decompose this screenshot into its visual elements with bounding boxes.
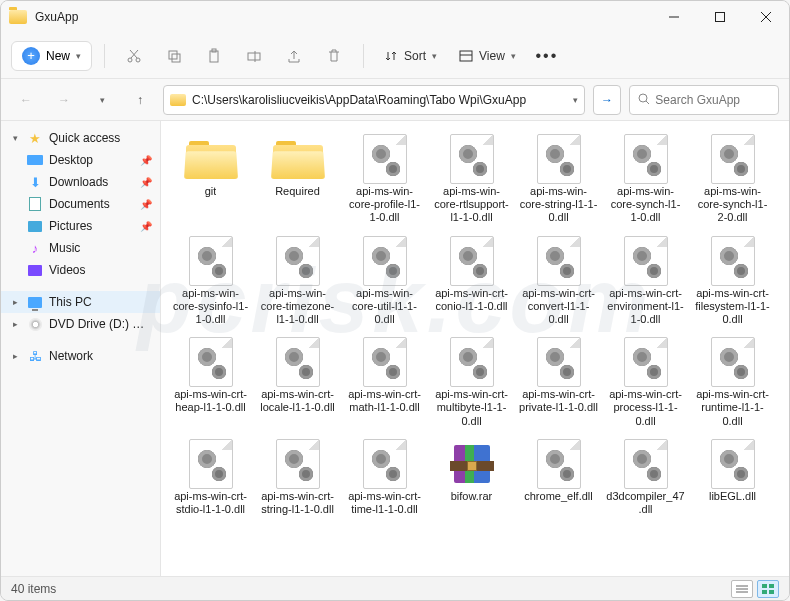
file-label: api-ms-win-core-synch-l1-2-0.dll bbox=[693, 185, 772, 225]
chevron-down-icon: ▾ bbox=[511, 51, 516, 61]
sidebar-item-music[interactable]: ♪ Music bbox=[1, 237, 160, 259]
file-item[interactable]: api-ms-win-core-sysinfo-l1-1-0.dll bbox=[169, 233, 252, 331]
sidebar-network[interactable]: ▸ 🖧 Network bbox=[1, 345, 160, 367]
share-icon[interactable] bbox=[277, 41, 311, 71]
dll-icon bbox=[711, 439, 755, 489]
details-view-button[interactable] bbox=[731, 580, 753, 598]
file-label: api-ms-win-crt-runtime-l1-1-0.dll bbox=[693, 388, 772, 428]
file-item[interactable]: api-ms-win-crt-process-l1-1-0.dll bbox=[604, 334, 687, 432]
file-item[interactable]: api-ms-win-crt-runtime-l1-1-0.dll bbox=[691, 334, 774, 432]
dll-icon bbox=[624, 236, 668, 286]
sidebar-dvd-drive[interactable]: ▸ DVD Drive (D:) CCCOMA bbox=[1, 313, 160, 335]
file-item[interactable]: api-ms-win-crt-conio-l1-1-0.dll bbox=[430, 233, 513, 331]
file-item[interactable]: git bbox=[169, 131, 252, 229]
minimize-button[interactable] bbox=[651, 1, 697, 33]
search-input[interactable] bbox=[655, 93, 770, 107]
file-item[interactable]: api-ms-win-crt-stdio-l1-1-0.dll bbox=[169, 436, 252, 520]
file-label: api-ms-win-crt-convert-l1-1-0.dll bbox=[519, 287, 598, 327]
back-button[interactable]: ← bbox=[11, 85, 41, 115]
file-item[interactable]: api-ms-win-crt-locale-l1-1-0.dll bbox=[256, 334, 339, 432]
recent-button[interactable]: ▾ bbox=[87, 85, 117, 115]
delete-icon[interactable] bbox=[317, 41, 351, 71]
dll-icon bbox=[450, 134, 494, 184]
file-item[interactable]: chrome_elf.dll bbox=[517, 436, 600, 520]
up-button[interactable]: ↑ bbox=[125, 85, 155, 115]
dll-icon bbox=[450, 236, 494, 286]
sidebar-item-downloads[interactable]: ⬇ Downloads📌 bbox=[1, 171, 160, 193]
chevron-right-icon[interactable]: ▸ bbox=[9, 319, 21, 329]
new-button[interactable]: + New ▾ bbox=[11, 41, 92, 71]
file-item[interactable]: libEGL.dll bbox=[691, 436, 774, 520]
pin-icon: 📌 bbox=[140, 221, 152, 232]
address-input[interactable] bbox=[192, 93, 567, 107]
file-list[interactable]: gitRequiredapi-ms-win-core-profile-l1-1-… bbox=[161, 121, 789, 576]
sort-icon bbox=[384, 49, 398, 63]
network-icon: 🖧 bbox=[27, 348, 43, 364]
sidebar-quick-access[interactable]: ▾ ★ Quick access bbox=[1, 127, 160, 149]
file-item[interactable]: api-ms-win-core-rtlsupport-l1-1-0.dll bbox=[430, 131, 513, 229]
file-item[interactable]: api-ms-win-crt-heap-l1-1-0.dll bbox=[169, 334, 252, 432]
file-item[interactable]: api-ms-win-core-util-l1-1-0.dll bbox=[343, 233, 426, 331]
sidebar-item-pictures[interactable]: Pictures📌 bbox=[1, 215, 160, 237]
chevron-down-icon[interactable]: ▾ bbox=[9, 133, 21, 143]
file-label: api-ms-win-core-string-l1-1-0.dll bbox=[519, 185, 598, 225]
sort-button[interactable]: Sort ▾ bbox=[376, 45, 445, 67]
svg-rect-9 bbox=[172, 54, 180, 62]
maximize-button[interactable] bbox=[697, 1, 743, 33]
svg-point-16 bbox=[639, 94, 647, 102]
dll-icon bbox=[711, 134, 755, 184]
file-item[interactable]: api-ms-win-crt-convert-l1-1-0.dll bbox=[517, 233, 600, 331]
file-item[interactable]: api-ms-win-core-profile-l1-1-0.dll bbox=[343, 131, 426, 229]
titlebar[interactable]: GxuApp bbox=[1, 1, 789, 33]
folder-icon bbox=[271, 139, 325, 179]
go-button[interactable]: → bbox=[593, 85, 621, 115]
file-item[interactable]: api-ms-win-crt-math-l1-1-0.dll bbox=[343, 334, 426, 432]
file-item[interactable]: api-ms-win-core-synch-l1-2-0.dll bbox=[691, 131, 774, 229]
pin-icon: 📌 bbox=[140, 155, 152, 166]
file-label: api-ms-win-crt-time-l1-1-0.dll bbox=[345, 490, 424, 516]
chevron-right-icon[interactable]: ▸ bbox=[9, 351, 21, 361]
separator bbox=[104, 44, 105, 68]
file-label: chrome_elf.dll bbox=[524, 490, 592, 503]
file-item[interactable]: api-ms-win-crt-environment-l1-1-0.dll bbox=[604, 233, 687, 331]
file-item[interactable]: Required bbox=[256, 131, 339, 229]
file-item[interactable]: api-ms-win-crt-time-l1-1-0.dll bbox=[343, 436, 426, 520]
file-item[interactable]: api-ms-win-core-timezone-l1-1-0.dll bbox=[256, 233, 339, 331]
search-box[interactable] bbox=[629, 85, 779, 115]
chevron-right-icon[interactable]: ▸ bbox=[9, 297, 21, 307]
chevron-down-icon[interactable]: ▾ bbox=[573, 95, 578, 105]
file-item[interactable]: bifow.rar bbox=[430, 436, 513, 520]
file-item[interactable]: api-ms-win-crt-multibyte-l1-1-0.dll bbox=[430, 334, 513, 432]
copy-icon[interactable] bbox=[157, 41, 191, 71]
file-label: api-ms-win-crt-environment-l1-1-0.dll bbox=[606, 287, 685, 327]
item-count: 40 items bbox=[11, 582, 56, 596]
file-item[interactable]: api-ms-win-core-synch-l1-1-0.dll bbox=[604, 131, 687, 229]
disc-icon bbox=[29, 318, 42, 331]
close-button[interactable] bbox=[743, 1, 789, 33]
rename-icon[interactable] bbox=[237, 41, 271, 71]
separator bbox=[363, 44, 364, 68]
status-bar: 40 items bbox=[1, 576, 789, 600]
folder-icon bbox=[184, 139, 238, 179]
file-label: api-ms-win-crt-string-l1-1-0.dll bbox=[258, 490, 337, 516]
file-label: bifow.rar bbox=[451, 490, 493, 503]
file-item[interactable]: api-ms-win-crt-private-l1-1-0.dll bbox=[517, 334, 600, 432]
sidebar-item-desktop[interactable]: Desktop📌 bbox=[1, 149, 160, 171]
file-item[interactable]: api-ms-win-crt-filesystem-l1-1-0.dll bbox=[691, 233, 774, 331]
window-controls bbox=[651, 1, 789, 33]
forward-button[interactable]: → bbox=[49, 85, 79, 115]
paste-icon[interactable] bbox=[197, 41, 231, 71]
sidebar-item-documents[interactable]: Documents📌 bbox=[1, 193, 160, 215]
view-button[interactable]: View ▾ bbox=[451, 45, 524, 67]
folder-icon bbox=[9, 10, 27, 24]
file-item[interactable]: api-ms-win-crt-string-l1-1-0.dll bbox=[256, 436, 339, 520]
sidebar-this-pc[interactable]: ▸ This PC bbox=[1, 291, 160, 313]
file-item[interactable]: d3dcompiler_47.dll bbox=[604, 436, 687, 520]
cut-icon[interactable] bbox=[117, 41, 151, 71]
icons-view-button[interactable] bbox=[757, 580, 779, 598]
address-box[interactable]: ▾ bbox=[163, 85, 585, 115]
file-item[interactable]: api-ms-win-core-string-l1-1-0.dll bbox=[517, 131, 600, 229]
more-button[interactable]: ••• bbox=[530, 41, 564, 71]
music-icon: ♪ bbox=[27, 240, 43, 256]
sidebar-item-videos[interactable]: Videos bbox=[1, 259, 160, 281]
